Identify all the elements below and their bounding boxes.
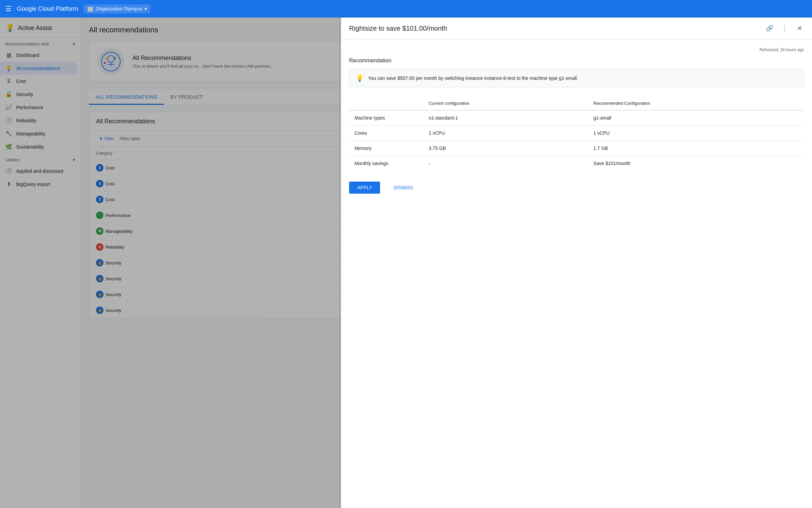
panel-close-icon[interactable]: ✕ xyxy=(795,23,804,34)
panel-buttons: APPLY DISMISS xyxy=(349,182,804,194)
panel-title: Rightsize to save $101.00/month xyxy=(349,25,447,32)
side-panel: Rightsize to save $101.00/month 🔗 ⋮ ✕ Re… xyxy=(341,18,812,508)
panel-header: Rightsize to save $101.00/month 🔗 ⋮ ✕ xyxy=(341,18,812,39)
config-col-recommended: Recommended Configuration xyxy=(588,97,804,110)
config-table-row: Machine types n1-standard-1 g1-small xyxy=(349,110,804,126)
config-table-row: Memory 3.75 GB 1.7 GB xyxy=(349,141,804,156)
org-selector[interactable]: 🏢 Organization Olympus ▾ xyxy=(84,4,150,13)
config-row-current: - xyxy=(423,156,588,171)
config-row-recommended: 1 vCPU xyxy=(588,126,804,141)
config-row-recommended: Save $101/month xyxy=(588,156,804,171)
panel-link-icon[interactable]: 🔗 xyxy=(764,23,775,33)
topbar: ☰ Google Cloud Platform 🏢 Organization O… xyxy=(0,0,812,18)
config-col-label xyxy=(349,97,423,110)
config-row-label: Machine types xyxy=(349,110,423,126)
info-banner: 💡 You can save $507.00 per month by swit… xyxy=(349,69,804,87)
org-label: Organization Olympus xyxy=(96,6,143,11)
config-table: Current configuration Recommended Config… xyxy=(349,97,804,171)
config-row-current: 3.75 GB xyxy=(423,141,588,156)
panel-body: Refreshed: 24 hours ago Recommendation 💡… xyxy=(341,39,812,202)
config-row-current: n1-standard-1 xyxy=(423,110,588,126)
config-row-recommended: g1-small xyxy=(588,110,804,126)
config-table-row: Cores 1 vCPU 1 vCPU xyxy=(349,126,804,141)
app-title: Google Cloud Platform xyxy=(17,5,78,12)
info-bulb-icon: 💡 xyxy=(355,74,364,82)
panel-more-icon[interactable]: ⋮ xyxy=(780,23,790,34)
config-row-label: Memory xyxy=(349,141,423,156)
config-col-current: Current configuration xyxy=(423,97,588,110)
menu-icon[interactable]: ☰ xyxy=(5,5,11,13)
dismiss-button[interactable]: DISMISS xyxy=(385,182,421,194)
config-row-label: Cores xyxy=(349,126,423,141)
panel-refreshed: Refreshed: 24 hours ago xyxy=(349,47,804,52)
panel-actions: 🔗 ⋮ ✕ xyxy=(764,23,804,34)
apply-button[interactable]: APPLY xyxy=(349,182,380,194)
config-row-recommended: 1.7 GB xyxy=(588,141,804,156)
panel-section-title: Recommendation xyxy=(349,58,804,64)
org-chevron-icon: ▾ xyxy=(145,6,147,11)
info-text: You can save $507.00 per month by switch… xyxy=(368,75,578,81)
org-icon: 🏢 xyxy=(87,6,94,12)
config-row-label: Monthly savings xyxy=(349,156,423,171)
config-table-row: Monthly savings - Save $101/month xyxy=(349,156,804,171)
config-row-current: 1 vCPU xyxy=(423,126,588,141)
